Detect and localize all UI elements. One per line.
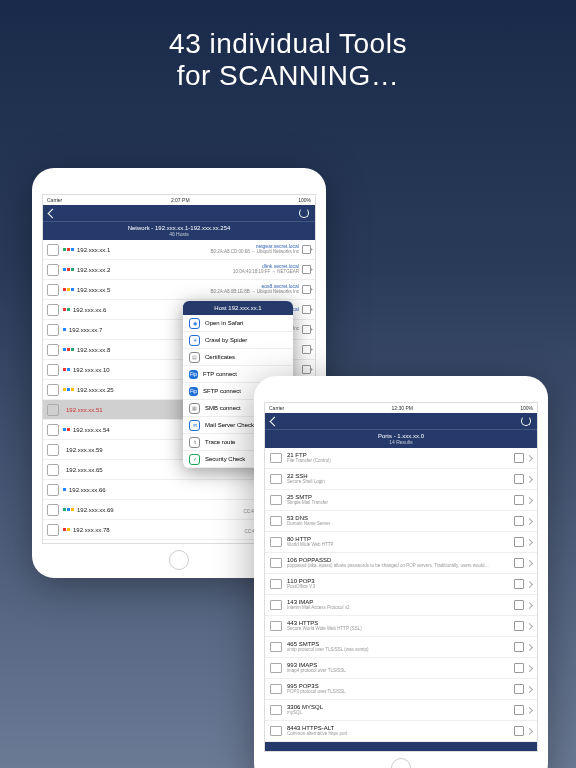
port-row[interactable]: 993 IMAPSimap4 protocol over TLS/SSL [265, 658, 537, 679]
chevron-right-icon[interactable] [526, 727, 533, 734]
host-meta: dlink.secret.local10:0A:43:18:19:FF → NE… [233, 264, 299, 274]
host-row[interactable]: 192.xxx.xx.1netgear.secret.localB0:2A:A8… [43, 240, 315, 260]
chevron-right-icon[interactable] [526, 643, 533, 650]
service-dots [63, 528, 70, 531]
port-row[interactable]: 443 HTTPSSecure World Wide Web HTTP (SSL… [265, 616, 537, 637]
popover-item-icon: ✉ [189, 420, 200, 431]
chevron-right-icon[interactable] [526, 454, 533, 461]
port-icon [270, 705, 282, 715]
chevron-right-icon[interactable] [526, 685, 533, 692]
carrier-label: Carrier [269, 405, 284, 411]
popover-item-icon: ✳ [189, 335, 200, 346]
service-dots [63, 288, 74, 291]
subheader: Network - 192.xxx.xx.1-192.xxx.xx.254 46… [43, 221, 315, 240]
action-icon[interactable] [514, 600, 524, 610]
host-row[interactable]: 192.xxx.xx.5eos8.secret.localB0:2A:A8:0B… [43, 280, 315, 300]
action-icon[interactable] [514, 537, 524, 547]
host-meta: eos8.secret.localB0:2A:A8:0B:1E:8B → Ubi… [210, 284, 299, 294]
action-icon[interactable] [514, 726, 524, 736]
host-ip: 192.xxx.xx.78 [73, 527, 244, 533]
port-row[interactable]: 25 SMTPSimple Mail Transfer [265, 490, 537, 511]
port-icon [270, 474, 282, 484]
popover-item[interactable]: ▤Certificates [183, 349, 293, 366]
action-icon[interactable] [514, 663, 524, 673]
action-icon[interactable] [514, 495, 524, 505]
service-dots [63, 508, 74, 511]
port-row[interactable]: 110 POP3PostOffice V.3 [265, 574, 537, 595]
disclosure-icon[interactable] [302, 305, 311, 314]
home-button[interactable] [169, 550, 189, 570]
port-text: 3306 MYSQLmySQL [287, 704, 512, 716]
action-icon[interactable] [514, 705, 524, 715]
chevron-right-icon[interactable] [526, 538, 533, 545]
port-row[interactable]: 80 HTTPWorld Wide Web HTTP [265, 532, 537, 553]
popover-item-icon: Ftp [189, 370, 198, 379]
action-icon[interactable] [514, 516, 524, 526]
disclosure-icon[interactable] [302, 265, 311, 274]
chevron-right-icon[interactable] [526, 706, 533, 713]
device-icon [47, 524, 59, 536]
chevron-right-icon[interactable] [526, 580, 533, 587]
nav-bar [265, 413, 537, 429]
popover-item[interactable]: ◉Open in Safari [183, 315, 293, 332]
screen-right: Carrier 12:30 PM 100% Ports - 1.xxx.xx.0… [264, 402, 538, 752]
chevron-right-icon[interactable] [526, 517, 533, 524]
action-icon[interactable] [514, 453, 524, 463]
action-icon[interactable] [514, 621, 524, 631]
refresh-icon[interactable] [521, 416, 531, 426]
action-icon[interactable] [514, 474, 524, 484]
device-icon [47, 404, 59, 416]
port-list[interactable]: 21 FTPFile Transfer (Control)22 SSHSecur… [265, 448, 537, 742]
port-icon [270, 579, 282, 589]
chevron-right-icon[interactable] [526, 475, 533, 482]
status-time: 2:07 PM [171, 197, 190, 203]
port-icon [270, 621, 282, 631]
port-icon [270, 537, 282, 547]
refresh-icon[interactable] [299, 208, 309, 218]
action-icon[interactable] [514, 558, 524, 568]
port-text: 110 POP3PostOffice V.3 [287, 578, 512, 590]
port-row[interactable]: 21 FTPFile Transfer (Control) [265, 448, 537, 469]
port-row[interactable]: 143 IMAPInterim Mail Access Protocol v2 [265, 595, 537, 616]
disclosure-icon[interactable] [302, 345, 311, 354]
action-icon[interactable] [514, 642, 524, 652]
action-icon[interactable] [514, 684, 524, 694]
service-dots [63, 488, 66, 491]
chevron-right-icon[interactable] [526, 559, 533, 566]
port-row[interactable]: 53 DNSDomain Name Server [265, 511, 537, 532]
status-time: 12:30 PM [392, 405, 413, 411]
popover-item-icon: ▦ [189, 403, 200, 414]
port-text: 143 IMAPInterim Mail Access Protocol v2 [287, 599, 512, 611]
result-count: 46 Hosts [43, 231, 315, 237]
host-row[interactable]: 192.xxx.xx.2dlink.secret.local10:0A:43:1… [43, 260, 315, 280]
port-row[interactable]: 995 POP3SPOP3 protocol over TLS/SSL [265, 679, 537, 700]
popover-item[interactable]: ✳Crawl by Spider [183, 332, 293, 349]
disclosure-icon[interactable] [302, 285, 311, 294]
device-icon [47, 484, 59, 496]
disclosure-icon[interactable] [302, 245, 311, 254]
device-icon [47, 504, 59, 516]
popover-item-icon: ◉ [189, 318, 200, 329]
chevron-right-icon[interactable] [526, 601, 533, 608]
disclosure-icon[interactable] [302, 325, 311, 334]
port-row[interactable]: 8443 HTTPS-ALTCommon alternative https p… [265, 721, 537, 742]
port-row[interactable]: 106 POPPASSDpoppassd (aka. epass) allows… [265, 553, 537, 574]
chevron-right-icon[interactable] [526, 622, 533, 629]
chevron-right-icon[interactable] [526, 496, 533, 503]
popover-item-label: Open in Safari [205, 320, 243, 326]
device-icon [47, 284, 59, 296]
port-row[interactable]: 465 SMTPSsmtp protocol over TLS/SSL (was… [265, 637, 537, 658]
device-icon [47, 464, 59, 476]
disclosure-icon[interactable] [302, 365, 311, 374]
back-icon[interactable] [270, 416, 280, 426]
port-row[interactable]: 3306 MYSQLmySQL [265, 700, 537, 721]
service-dots [63, 388, 74, 391]
host-ip: 192.xxx.xx.69 [77, 507, 243, 513]
back-icon[interactable] [48, 208, 58, 218]
service-dots [63, 328, 66, 331]
action-icon[interactable] [514, 579, 524, 589]
port-row[interactable]: 22 SSHSecure Shell Login [265, 469, 537, 490]
device-icon [47, 444, 59, 456]
chevron-right-icon[interactable] [526, 664, 533, 671]
home-button[interactable] [391, 758, 411, 768]
